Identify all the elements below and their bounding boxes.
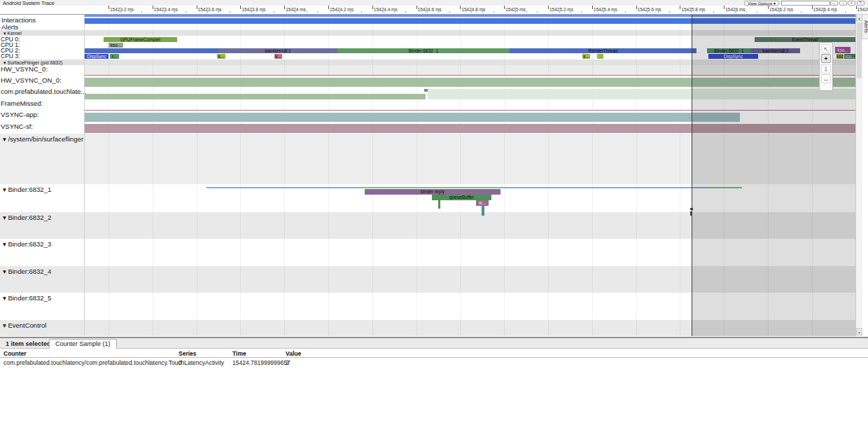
- trace-slice[interactable]: [206, 187, 356, 188]
- selection-marker-line: [692, 14, 692, 336]
- trace-slice[interactable]: Binder:6832_1: [707, 48, 751, 53]
- ruler-tick: [856, 6, 857, 9]
- trace-slice[interactable]: binder reply: [365, 189, 500, 195]
- ruler-minor-tick: [218, 11, 219, 13]
- gridline: [372, 14, 373, 336]
- gridline: [460, 14, 461, 336]
- back-button[interactable]: ←: [830, 1, 838, 6]
- trace-slice[interactable]: k...: [274, 54, 282, 59]
- ruler-tick: [460, 6, 461, 9]
- trace-slice[interactable]: [84, 48, 218, 53]
- trace-slice[interactable]: ksc: [836, 54, 844, 59]
- trace-slice[interactable]: [438, 200, 440, 209]
- track-label: HW_VSYNC_0:: [1, 66, 48, 73]
- trace-slice[interactable]: [84, 110, 855, 111]
- trace-slice[interactable]: kworker/u8:1: [218, 48, 337, 53]
- trace-slice[interactable]: Binder:6832_1: [337, 48, 510, 53]
- options-button[interactable]: ▪: [848, 1, 855, 6]
- trace-slice[interactable]: w...: [476, 200, 489, 206]
- gridline: [724, 14, 724, 336]
- track-label[interactable]: ▾ Binder:6832_4: [3, 268, 51, 275]
- ruler-tick: [372, 6, 373, 9]
- trace-slice[interactable]: [356, 187, 502, 188]
- trace-slice[interactable]: kworker/u8:1: [751, 48, 800, 53]
- pan-tool-icon[interactable]: +: [821, 54, 831, 63]
- trace-slice[interactable]: DispSync: [85, 54, 108, 59]
- trace-slice[interactable]: [482, 206, 484, 216]
- ruler-minor-tick: [141, 11, 142, 13]
- track-row-strip: [0, 30, 855, 36]
- trace-slice[interactable]: k...: [217, 54, 225, 59]
- forward-button[interactable]: →: [839, 1, 847, 6]
- trace-slice[interactable]: r...: [110, 54, 119, 59]
- trace-slice[interactable]: [502, 187, 707, 188]
- trace-slice[interactable]: RenderThread: [510, 48, 696, 53]
- trace-slice[interactable]: [84, 18, 855, 24]
- ruler-minor-tick: [130, 11, 131, 13]
- gridline: [153, 14, 153, 336]
- trace-slice[interactable]: queueBuffer: [432, 195, 491, 200]
- ruler-minor-tick: [471, 11, 472, 13]
- help-button[interactable]: ?: [857, 1, 864, 6]
- trace-slice[interactable]: DispSync: [708, 54, 758, 59]
- trace-slice[interactable]: kso...: [108, 43, 123, 48]
- gridline: [240, 14, 241, 336]
- ruler-tick: [768, 6, 769, 9]
- tool-palette: ↖+⇩↔: [819, 42, 833, 91]
- timeline-ruler[interactable]: 15423.2 ms15423.4 ms15423.6 ms15423.8 ms…: [0, 6, 868, 15]
- ruler-tick: [724, 6, 724, 9]
- track-row-strip: [0, 212, 855, 239]
- selection-tool-icon[interactable]: ↖: [821, 44, 831, 53]
- track-label[interactable]: ▾ Binder:6832_2: [3, 214, 51, 221]
- search-input[interactable]: [781, 1, 830, 6]
- trace-slice[interactable]: [428, 89, 855, 99]
- alerts-side-tab[interactable]: Alerts: [862, 14, 868, 39]
- ruler-tick: [548, 6, 549, 9]
- trace-slice[interactable]: [84, 78, 855, 87]
- trace-slice[interactable]: [707, 187, 742, 188]
- track-label[interactable]: ▾ Binder:6832_1: [3, 186, 51, 193]
- label-column-divider: [84, 14, 85, 336]
- trace-slice[interactable]: [84, 15, 855, 17]
- track-label: FrameMissed:: [1, 100, 43, 107]
- vertical-scrollbar[interactable]: ▲ ▼: [855, 14, 862, 336]
- track-row-strip: [0, 60, 855, 65]
- trace-slice[interactable]: [84, 124, 855, 134]
- ruler-minor-tick: [669, 11, 670, 13]
- ruler-minor-tick: [823, 11, 824, 13]
- trace-slice[interactable]: EventThread: [755, 37, 855, 42]
- trace-slice[interactable]: k...: [582, 54, 590, 59]
- zoom-tool-icon[interactable]: ⇩: [821, 64, 831, 74]
- timing-tool-icon[interactable]: ↔: [821, 74, 831, 83]
- ruler-minor-tick: [647, 11, 648, 13]
- trace-slice[interactable]: rcu...: [844, 54, 856, 59]
- track-row-strip: [0, 266, 855, 293]
- ruler-minor-tick: [658, 11, 659, 13]
- trace-slice[interactable]: [597, 54, 603, 59]
- trace-slice[interactable]: GPUFrameComplet: [104, 37, 177, 42]
- trace-slice[interactable]: [84, 94, 426, 99]
- table-header-divider: [0, 357, 868, 358]
- track-row-strip: [0, 320, 855, 336]
- gridline: [328, 14, 329, 336]
- track-row-strip: [84, 65, 855, 75]
- ruler-minor-tick: [394, 11, 395, 13]
- scrollbar-thumb[interactable]: [857, 22, 862, 78]
- trace-slice[interactable]: kso...: [835, 47, 850, 53]
- ruler-minor-tick: [186, 11, 186, 13]
- track-label[interactable]: ▾ Binder:6832_3: [3, 241, 51, 248]
- scroll-down-icon[interactable]: ▼: [856, 328, 862, 335]
- trace-slice[interactable]: [84, 113, 740, 122]
- gridline: [504, 14, 505, 336]
- track-label[interactable]: ▾ Binder:6832_5: [3, 295, 51, 302]
- track-label[interactable]: ▾ /system/bin/surfaceflinger: [3, 136, 83, 143]
- tab-counter-sample[interactable]: Counter Sample (1): [49, 339, 117, 349]
- table-cell: com.prefabulated.touchlatency/com.prefab…: [4, 359, 224, 366]
- trace-slice[interactable]: [84, 75, 855, 76]
- table-header-cell: Time: [232, 350, 246, 357]
- gridline: [548, 14, 549, 336]
- track-label[interactable]: ▾ EventControl: [3, 322, 46, 329]
- ruler-minor-tick: [746, 11, 747, 13]
- ruler-minor-tick: [295, 11, 296, 13]
- view-options-button[interactable]: View Options ▾: [744, 1, 779, 6]
